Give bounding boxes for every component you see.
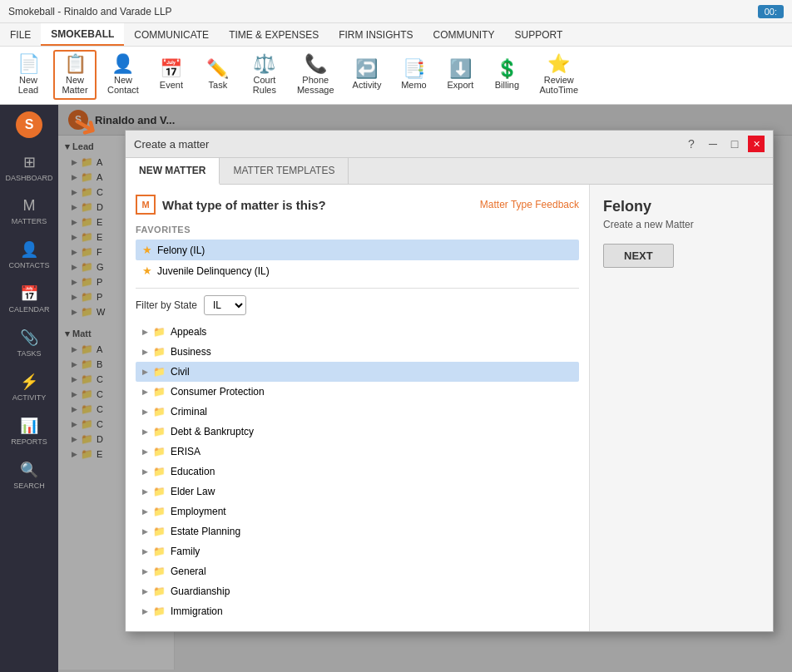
title-bar: Smokeball - Rinaldo and Varade LLP 00: (0, 0, 792, 23)
sidebar-dashboard-icon: ⊞ (23, 153, 36, 171)
dialog-maximize-button[interactable]: □ (726, 136, 743, 152)
ribbon: 📄New Lead📋New Matter👤New Contact📅Event✏️… (0, 47, 792, 105)
new-contact-btn[interactable]: 👤New Contact (100, 50, 146, 100)
activity-btn-label: Activity (353, 80, 382, 90)
create-matter-dialog: Create a matter ? ─ □ ✕ NEW MATTER (125, 130, 774, 632)
task-btn-label: Task (209, 80, 228, 90)
category-general[interactable]: ▶ 📁 General (136, 561, 579, 581)
sidebar-reports-label: REPORTS (11, 437, 47, 446)
category-civil[interactable]: ▶ 📁 Civil (136, 362, 579, 382)
category-immigration[interactable]: ▶ 📁 Immigration (136, 601, 579, 621)
category-list: ▶ 📁 Appeals ▶ 📁 Business (136, 322, 579, 621)
memo-btn-label: Memo (401, 80, 427, 90)
sidebar-tasks[interactable]: 📎TASKS (0, 322, 58, 364)
menu-item-file[interactable]: FILE (0, 23, 41, 46)
category-criminal[interactable]: ▶ 📁 Criminal (136, 402, 579, 422)
memo-btn[interactable]: 📑Memo (392, 50, 435, 100)
category-erisa[interactable]: ▶ 📁 ERISA (136, 442, 579, 462)
sidebar-matters-label: MATTERS (12, 217, 47, 225)
sidebar-matters[interactable]: MMATTERS (0, 190, 58, 232)
phone-message-btn-label: Phone Message (297, 75, 334, 95)
new-matter-btn[interactable]: 📋New Matter (53, 50, 97, 100)
star-icon: ★ (142, 264, 152, 277)
app-title: Smokeball - Rinaldo and Varade LLP (8, 6, 172, 17)
category-appeals[interactable]: ▶ 📁 Appeals (136, 322, 579, 342)
star-icon: ★ (142, 244, 152, 256)
favorite-item-label: Felony (IL) (157, 245, 205, 256)
sidebar-activity-label: ACTIVITY (12, 393, 47, 402)
dialog-header-row: M What type of matter is this? Matter Ty… (136, 195, 579, 215)
sidebar-calendar[interactable]: 📅CALENDAR (0, 278, 58, 320)
tab-matter-templates[interactable]: MATTER TEMPLATES (220, 158, 349, 184)
sidebar-search[interactable]: 🔍SEARCH (0, 454, 58, 497)
sidebar-contacts[interactable]: 👤CONTACTS (0, 234, 58, 276)
sidebar-reports[interactable]: 📊REPORTS (0, 410, 58, 452)
billing-btn-label: Billing (495, 80, 519, 90)
dialog-left-panel: M What type of matter is this? Matter Ty… (126, 185, 590, 631)
dialog-tabs: NEW MATTER MATTER TEMPLATES (126, 158, 773, 185)
billing-btn-icon: 💲 (496, 60, 518, 78)
dialog-titlebar: Create a matter ? ─ □ ✕ (126, 131, 773, 158)
new-lead-btn[interactable]: 📄New Lead (7, 50, 50, 100)
category-debt-bankruptcy[interactable]: ▶ 📁 Debt & Bankruptcy (136, 422, 579, 442)
memo-btn-icon: 📑 (403, 60, 425, 78)
sidebar-calendar-icon: 📅 (20, 284, 38, 303)
sidebar-tasks-icon: 📎 (20, 329, 38, 347)
court-rules-btn[interactable]: ⚖️Court Rules (243, 50, 286, 100)
sidebar-logo: S (16, 111, 42, 138)
divider (136, 288, 579, 289)
menu-item-smokeball[interactable]: SMOKEBALL (41, 23, 124, 46)
sidebar-dashboard[interactable]: ⊞DASHBOARD (0, 146, 58, 189)
sidebar-contacts-icon: 👤 (20, 240, 38, 259)
sidebar-activity[interactable]: ⚡ACTIVITY (0, 366, 58, 408)
export-btn[interactable]: ⬇️Export (438, 50, 482, 100)
category-employment[interactable]: ▶ 📁 Employment (136, 502, 579, 521)
category-estate-planning[interactable]: ▶ 📁 Estate Planning (136, 521, 579, 541)
activity-btn-icon: ↩️ (355, 60, 378, 78)
category-elder-law[interactable]: ▶ 📁 Elder Law (136, 482, 579, 502)
event-btn[interactable]: 📅Event (150, 50, 193, 100)
favorite-item-juvenile[interactable]: ★ Juvenile Delinquency (IL) (136, 260, 579, 281)
favorite-item-felony[interactable]: ★ Felony (IL) (136, 240, 579, 260)
menu-item-support[interactable]: SUPPORT (505, 23, 573, 46)
tab-new-matter[interactable]: NEW MATTER (126, 158, 220, 185)
category-consumer-protection[interactable]: ▶ 📁 Consumer Protection (136, 382, 579, 402)
content-layout: ▾ Lead ▶📁A ▶📁A ▶📁C ▶📁D ▶📁E ▶📁E ▶📁F ▶📁G ▶… (58, 136, 792, 670)
menu-item-firm-insights[interactable]: FIRM INSIGHTS (329, 23, 423, 46)
next-button[interactable]: NEXT (603, 244, 674, 268)
sidebar: S ⊞DASHBOARDMMATTERS👤CONTACTS📅CALENDAR📎T… (0, 105, 58, 672)
billing-btn[interactable]: 💲Billing (485, 50, 528, 100)
favorites-label: FAVORITES (136, 225, 579, 235)
phone-message-btn[interactable]: 📞Phone Message (290, 50, 342, 100)
category-business[interactable]: ▶ 📁 Business (136, 342, 579, 362)
favorite-item-label: Juvenile Delinquency (IL) (157, 265, 270, 277)
menu-item-communicate[interactable]: COMMUNICATE (124, 23, 219, 46)
dialog-close-button[interactable]: ✕ (748, 136, 765, 152)
category-education[interactable]: ▶ 📁 Education (136, 462, 579, 482)
dialog-overlay: Create a matter ? ─ □ ✕ NEW MATTER (58, 105, 792, 672)
task-btn[interactable]: ✏️Task (196, 50, 240, 100)
activity-btn[interactable]: ↩️Activity (345, 50, 389, 100)
category-guardianship[interactable]: ▶ 📁 Guardianship (136, 581, 579, 601)
category-family[interactable]: ▶ 📁 Family (136, 541, 579, 561)
title-bar-right: 00: (758, 5, 784, 18)
task-btn-icon: ✏️ (206, 60, 229, 78)
sidebar-dashboard-label: DASHBOARD (5, 174, 52, 182)
menu-item-community[interactable]: COMMUNITY (423, 23, 505, 46)
dialog-help-button[interactable]: ? (683, 136, 700, 152)
menu-bar: FILESMOKEBALLCOMMUNICATETIME & EXPENSESF… (0, 23, 792, 47)
dialog-controls: ? ─ □ ✕ (683, 136, 765, 152)
review-autotime-btn[interactable]: ⭐Review AutoTime (532, 50, 586, 100)
new-lead-btn-label: New Lead (18, 75, 38, 95)
matter-type-feedback-link[interactable]: Matter Type Feedback (480, 199, 579, 210)
review-autotime-btn-icon: ⭐ (547, 55, 570, 73)
menu-item-time-&-expenses[interactable]: TIME & EXPENSES (219, 23, 329, 46)
sidebar-search-label: SEARCH (13, 482, 45, 490)
matter-type-icon: M (136, 195, 156, 215)
review-autotime-btn-label: Review AutoTime (539, 75, 578, 95)
state-filter-select[interactable]: IL All AL CA (204, 295, 246, 315)
clock-badge: 00: (758, 5, 784, 18)
new-matter-btn-label: New Matter (62, 75, 87, 95)
dialog-title: Create a matter (134, 138, 209, 151)
dialog-minimize-button[interactable]: ─ (705, 136, 721, 152)
